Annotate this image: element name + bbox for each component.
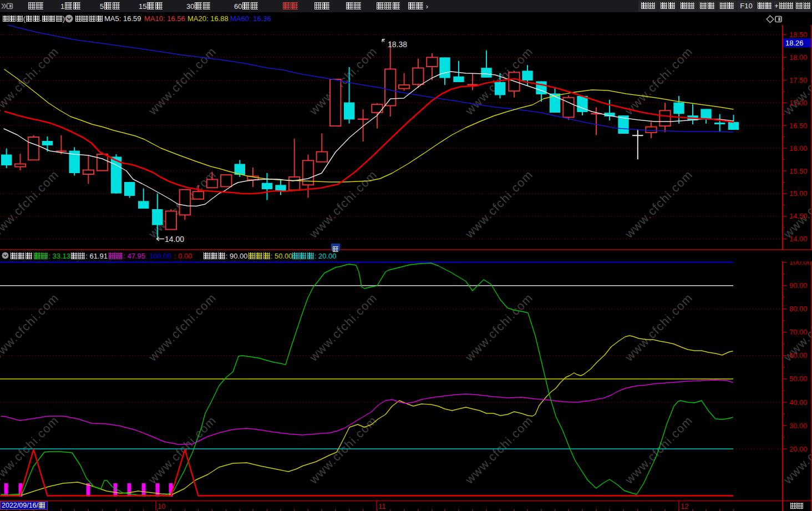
svg-text:40.00: 40.00 [789,398,808,407]
svg-text:www.cfchi.com: www.cfchi.com [463,291,536,364]
svg-text:www.cfchi.com: www.cfchi.com [146,291,219,364]
svg-text:www.cfchi.com: www.cfchi.com [622,168,696,241]
svg-text:18.38: 18.38 [388,40,407,49]
svg-text:www.cfchi.com: www.cfchi.com [622,291,696,364]
svg-text:20.00: 20.00 [789,445,808,453]
svg-text:www.cfchi.com: www.cfchi.com [307,168,380,241]
svg-text:www.cfchi.com: www.cfchi.com [781,168,812,241]
svg-text:18.26: 18.26 [785,39,804,47]
svg-text:17.00: 17.00 [789,99,808,107]
svg-text:15.00: 15.00 [789,189,808,198]
svg-text:www.cfchi.com: www.cfchi.com [0,168,62,241]
svg-text:18.00: 18.00 [789,53,808,62]
svg-text:14.50: 14.50 [789,212,808,220]
svg-text:www.cfchi.com: www.cfchi.com [146,413,219,487]
svg-text:www.cfchi.com: www.cfchi.com [463,168,536,241]
svg-text:16.00: 16.00 [789,144,808,153]
svg-text:14.00: 14.00 [789,235,808,243]
svg-text:14.00: 14.00 [165,235,184,244]
svg-text:50.00: 50.00 [789,375,808,383]
svg-text:www.cfchi.com: www.cfchi.com [307,291,380,364]
svg-text:www.cfchi.com: www.cfchi.com [0,44,62,118]
svg-text:60.00: 60.00 [789,351,808,360]
svg-text:www.cfchi.com: www.cfchi.com [622,44,696,118]
svg-text:90.00: 90.00 [789,281,808,290]
svg-text:17.50: 17.50 [789,76,808,84]
svg-text:www.cfchi.com: www.cfchi.com [146,44,219,118]
svg-text:www.cfchi.com: www.cfchi.com [0,291,62,364]
svg-text:www.cfchi.com: www.cfchi.com [0,413,62,487]
svg-text:80.00: 80.00 [789,305,808,313]
svg-text:www.cfchi.com: www.cfchi.com [307,413,380,487]
svg-text:www.cfchi.com: www.cfchi.com [463,413,536,487]
svg-text:70.00: 70.00 [789,328,808,336]
svg-text:16.50: 16.50 [789,122,808,130]
svg-text:18.50: 18.50 [789,31,808,39]
svg-text:15.50: 15.50 [789,167,808,175]
svg-text:30.00: 30.00 [789,422,808,430]
